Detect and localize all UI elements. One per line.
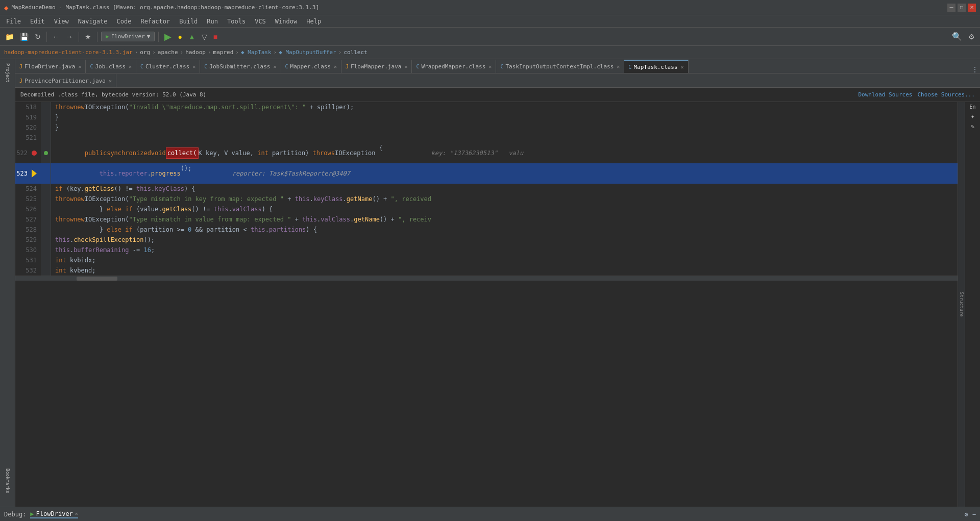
profile-button[interactable]: ▽ — [200, 32, 209, 42]
menu-tools[interactable]: Tools — [223, 17, 250, 26]
line-num-518: 518 — [15, 102, 41, 112]
title-bar: ◆ MapReduceDemo - MapTask.class [Maven: … — [0, 0, 980, 15]
code-text-526: } else if (value.getClass() != this.valC… — [51, 204, 958, 214]
nav-hadoop[interactable]: hadoop — [185, 49, 206, 56]
nav-apache[interactable]: apache — [158, 49, 178, 56]
gutter-marker-522 — [44, 151, 48, 155]
download-sources-link[interactable]: Download Sources — [858, 91, 912, 98]
debug-tab-close[interactable]: ✕ — [75, 511, 78, 516]
tab-wrappedmapper[interactable]: C WrappedMapper.class ✕ — [412, 60, 496, 73]
menu-vcs[interactable]: VCS — [251, 17, 270, 26]
toolbar-sync-button[interactable]: ↻ — [33, 32, 43, 42]
tab-close-provincepartitioner[interactable]: ✕ — [109, 78, 112, 84]
right-sidebar: En ✦ ✎ — [965, 102, 980, 507]
code-line-518: 518 throw new IOException("Invalid \"map… — [15, 102, 958, 112]
nav-maptask[interactable]: ◆ MapTask — [241, 49, 272, 56]
menu-build[interactable]: Build — [175, 17, 202, 26]
info-links: Download Sources Choose Sources... — [858, 91, 975, 98]
more-tabs-button[interactable]: ⋮ — [970, 66, 980, 73]
minimize-button[interactable]: ─ — [947, 4, 955, 12]
tab-close-mapper[interactable]: ✕ — [334, 64, 337, 69]
debug-button[interactable]: ● — [176, 32, 184, 42]
menu-bar: File Edit View Navigate Code Refactor Bu… — [0, 15, 980, 28]
stop-button[interactable]: ■ — [211, 32, 219, 42]
menu-help[interactable]: Help — [302, 17, 325, 26]
code-text-523: this.reporter.progress(); reporter: Task… — [51, 163, 958, 184]
line-num-529: 529 — [15, 235, 41, 245]
line-num-524: 524 — [15, 184, 41, 194]
menu-run[interactable]: Run — [203, 17, 222, 26]
debug-minimize-icon[interactable]: − — [972, 511, 976, 518]
sidebar-project-icon[interactable]: Project — [1, 61, 14, 85]
nav-mapoutputbuffer[interactable]: ◆ MapOutputBuffer — [279, 49, 336, 56]
code-text-528: } else if (partition >= 0 && partition <… — [51, 225, 958, 235]
settings-button[interactable]: ⚙ — [966, 32, 977, 42]
menu-file[interactable]: File — [2, 17, 25, 26]
choose-sources-link[interactable]: Choose Sources... — [917, 91, 975, 98]
gutter-520 — [41, 122, 51, 133]
toolbar-build-button[interactable]: ★ — [83, 32, 93, 42]
tab-close-flowmapper[interactable]: ✕ — [404, 64, 407, 69]
right-icon1[interactable]: ✦ — [971, 113, 974, 120]
code-line-527: 527 throw new IOException("Type mismatch… — [15, 214, 958, 225]
gutter-526 — [41, 204, 51, 214]
tab-maptask[interactable]: C MapTask.class ✕ — [624, 60, 688, 73]
toolbar-back-button[interactable]: ← — [51, 32, 62, 42]
code-container[interactable]: 518 throw new IOException("Invalid \"map… — [15, 102, 958, 507]
horizontal-scrollbar[interactable] — [15, 276, 958, 281]
tab-taskinputoutput[interactable]: C TaskInputOutputContextImpl.class ✕ — [496, 60, 624, 73]
code-line-523: 523 this.reporter.progress(); reporter: … — [15, 163, 958, 184]
tab-provincepartitioner[interactable]: J ProvincePartitioner.java ✕ — [15, 74, 116, 87]
tab-flowdriver[interactable]: J FlowDriver.java ✕ — [15, 60, 86, 73]
structure-sidebar[interactable]: Structure — [958, 102, 965, 507]
nav-org[interactable]: org — [140, 49, 150, 56]
menu-navigate[interactable]: Navigate — [74, 17, 112, 26]
tab-close-wrappedmapper[interactable]: ✕ — [488, 64, 492, 69]
tab-close-job[interactable]: ✕ — [129, 64, 132, 69]
scrollbar-thumb[interactable] — [77, 277, 117, 281]
toolbar-save-button[interactable]: 💾 — [18, 32, 31, 42]
menu-code[interactable]: Code — [113, 17, 136, 26]
tab-job[interactable]: C Job.class ✕ — [86, 60, 136, 73]
maximize-button[interactable]: □ — [958, 4, 966, 12]
toolbar-forward-button[interactable]: → — [64, 32, 75, 42]
tab-close-flowdriver[interactable]: ✕ — [78, 64, 81, 69]
tab-close-maptask[interactable]: ✕ — [680, 64, 683, 70]
code-line-522: 522 public synchronized void collect(K k… — [15, 143, 958, 163]
debug-settings-icon[interactable]: ⚙ — [965, 511, 968, 518]
tab-close-taskinputoutput[interactable]: ✕ — [617, 64, 620, 69]
line-num-530: 530 — [15, 245, 41, 255]
tab-mapper[interactable]: C Mapper.class ✕ — [281, 60, 342, 73]
tab-close-cluster[interactable]: ✕ — [192, 64, 195, 69]
right-icon2[interactable]: ✎ — [971, 123, 974, 130]
nav-jar[interactable]: hadoop-mapreduce-client-core-3.1.3.jar — [4, 49, 133, 56]
toolbar-sep2 — [79, 32, 79, 42]
run-button[interactable]: ▶ — [162, 30, 174, 43]
nav-mapred[interactable]: mapred — [213, 49, 234, 56]
menu-view[interactable]: View — [50, 17, 73, 26]
run-config-name: FlowDriver — [111, 33, 145, 40]
left-sidebar: Project Bookmarks — [0, 59, 15, 507]
close-button[interactable]: ✕ — [968, 4, 976, 12]
coverage-button[interactable]: ▲ — [186, 32, 198, 42]
sidebar-bookmarks-icon[interactable]: Bookmarks — [1, 466, 14, 495]
run-config-dropdown[interactable]: ▶ FlowDriver ▼ — [101, 32, 155, 41]
code-text-521 — [51, 133, 958, 143]
menu-window[interactable]: Window — [271, 17, 301, 26]
menu-edit[interactable]: Edit — [26, 17, 49, 26]
gutter-524 — [41, 184, 51, 194]
nav-collect[interactable]: collect — [344, 49, 367, 56]
tab-flowmapper[interactable]: J FlowMapper.java ✕ — [341, 60, 412, 73]
language-indicator[interactable]: En — [969, 104, 975, 110]
code-text-531: int kvbidx; — [51, 255, 958, 265]
search-everywhere-button[interactable]: 🔍 — [950, 31, 964, 42]
tab-close-jobsubmitter[interactable]: ✕ — [273, 64, 276, 69]
code-line-525: 525 throw new IOException("Type mismatch… — [15, 194, 958, 204]
debug-tab-flowdriver[interactable]: ▶ FlowDriver ✕ — [30, 510, 78, 518]
tab-cluster[interactable]: C Cluster.class ✕ — [136, 60, 200, 73]
tab-jobsubmitter[interactable]: C JobSubmitter.class ✕ — [200, 60, 281, 73]
menu-refactor[interactable]: Refactor — [136, 17, 174, 26]
code-text-518: throw new IOException("Invalid \"mapredu… — [51, 102, 958, 112]
toolbar-open-button[interactable]: 📁 — [3, 32, 16, 42]
code-text-522: public synchronized void collect(K key, … — [51, 143, 958, 163]
